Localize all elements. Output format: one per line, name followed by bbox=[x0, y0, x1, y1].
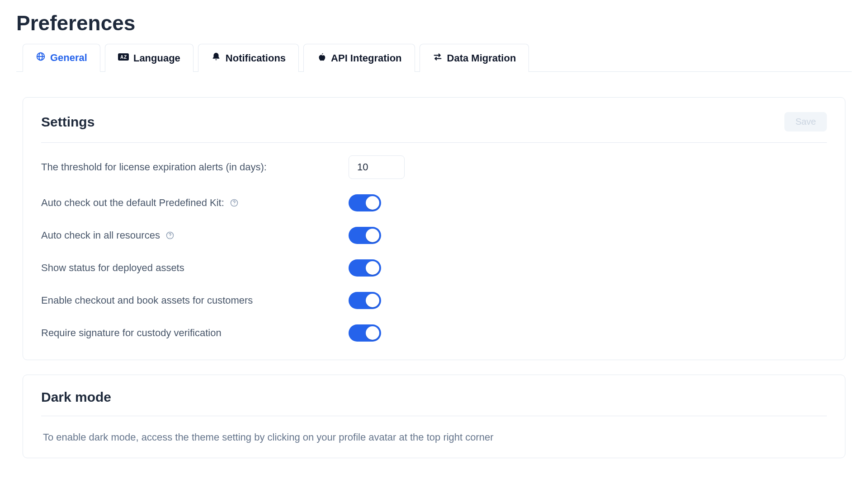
help-icon[interactable] bbox=[230, 198, 239, 207]
setting-label: Auto check out the default Predefined Ki… bbox=[41, 197, 349, 209]
language-icon: A Z bbox=[118, 52, 129, 64]
tab-label: Data Migration bbox=[447, 52, 516, 64]
page-title: Preferences bbox=[16, 11, 852, 35]
darkmode-card-title: Dark mode bbox=[41, 389, 111, 405]
globe-icon bbox=[36, 52, 46, 64]
swap-arrows-icon bbox=[433, 52, 443, 65]
auto-checkout-toggle[interactable] bbox=[349, 194, 381, 211]
deployed-status-toggle[interactable] bbox=[349, 259, 381, 277]
setting-label: The threshold for license expiration ale… bbox=[41, 161, 349, 173]
tab-label: Language bbox=[133, 52, 180, 64]
darkmode-card: Dark mode To enable dark mode, access th… bbox=[23, 375, 845, 458]
threshold-input[interactable] bbox=[349, 155, 405, 179]
help-icon[interactable] bbox=[165, 231, 175, 240]
auto-checkin-toggle[interactable] bbox=[349, 227, 381, 244]
svg-point-9 bbox=[170, 237, 170, 238]
tab-label: General bbox=[50, 52, 87, 64]
setting-row-auto-checkin: Auto check in all resources bbox=[41, 227, 827, 244]
setting-row-customer-checkout: Enable checkout and book assets for cust… bbox=[41, 292, 827, 309]
tab-label: API Integration bbox=[331, 52, 401, 64]
auto-checkout-label-text: Auto check out the default Predefined Ki… bbox=[41, 197, 224, 209]
darkmode-card-header: Dark mode bbox=[41, 389, 827, 416]
deployed-status-label-text: Show status for deployed assets bbox=[41, 262, 184, 274]
setting-label: Auto check in all resources bbox=[41, 230, 349, 241]
customer-checkout-toggle[interactable] bbox=[349, 292, 381, 309]
tab-api-integration[interactable]: API Integration bbox=[303, 44, 415, 72]
svg-text:A: A bbox=[120, 55, 123, 60]
svg-point-7 bbox=[234, 205, 234, 205]
apple-icon bbox=[316, 52, 326, 65]
tab-general[interactable]: General bbox=[23, 44, 100, 72]
setting-label: Require signature for custody verificati… bbox=[41, 327, 349, 339]
settings-card-header: Settings Save bbox=[41, 112, 827, 143]
threshold-label-text: The threshold for license expiration ale… bbox=[41, 161, 267, 173]
auto-checkin-label-text: Auto check in all resources bbox=[41, 230, 160, 241]
setting-row-signature: Require signature for custody verificati… bbox=[41, 324, 827, 342]
customer-checkout-label-text: Enable checkout and book assets for cust… bbox=[41, 295, 253, 306]
bell-icon bbox=[211, 52, 221, 65]
tab-language[interactable]: A Z Language bbox=[105, 44, 193, 72]
tab-label: Notifications bbox=[226, 52, 286, 64]
settings-card: Settings Save The threshold for license … bbox=[23, 97, 845, 360]
setting-label: Enable checkout and book assets for cust… bbox=[41, 295, 349, 306]
setting-row-auto-checkout: Auto check out the default Predefined Ki… bbox=[41, 194, 827, 211]
setting-row-deployed-status: Show status for deployed assets bbox=[41, 259, 827, 277]
tab-data-migration[interactable]: Data Migration bbox=[420, 44, 529, 72]
signature-toggle[interactable] bbox=[349, 324, 381, 342]
darkmode-description: To enable dark mode, access the theme se… bbox=[41, 429, 827, 445]
settings-card-title: Settings bbox=[41, 114, 94, 130]
tab-notifications[interactable]: Notifications bbox=[198, 44, 299, 72]
svg-text:Z: Z bbox=[124, 55, 127, 60]
setting-row-threshold: The threshold for license expiration ale… bbox=[41, 155, 827, 179]
signature-label-text: Require signature for custody verificati… bbox=[41, 327, 222, 339]
save-button[interactable]: Save bbox=[784, 112, 827, 131]
preferences-tabs: General A Z Language Notifications bbox=[16, 43, 852, 72]
setting-label: Show status for deployed assets bbox=[41, 262, 349, 274]
